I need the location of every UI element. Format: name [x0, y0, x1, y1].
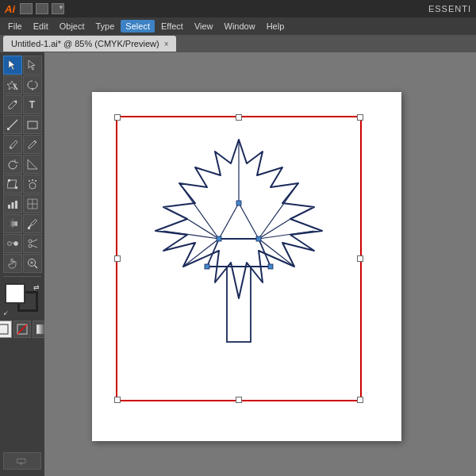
svg-line-44	[187, 219, 219, 239]
tool-row-selection	[3, 56, 42, 75]
none-fill-btn[interactable]	[13, 321, 31, 338]
menu-type[interactable]: Type	[91, 20, 120, 33]
app-logo: Ai	[5, 3, 15, 15]
svg-rect-9	[8, 179, 10, 182]
svg-line-31	[34, 266, 37, 269]
tool-row-nav	[3, 254, 42, 273]
mesh-tool[interactable]	[23, 194, 42, 213]
tool-row-ft	[3, 175, 42, 194]
paintbrush-tool[interactable]	[3, 135, 22, 154]
canvas-page	[92, 92, 401, 441]
tool-row-graph	[3, 194, 42, 213]
type-tool[interactable]: T	[23, 95, 42, 114]
svg-point-2	[14, 101, 17, 103]
eyedropper-tool[interactable]	[23, 214, 42, 233]
svg-line-29	[31, 245, 37, 248]
menu-window[interactable]: Window	[220, 20, 260, 33]
tab-label: Untitled-1.ai* @ 85% (CMYK/Preview)	[11, 39, 159, 48]
svg-rect-55	[256, 236, 261, 241]
svg-point-26	[29, 240, 32, 243]
handle-top-left[interactable]	[114, 114, 121, 121]
rect-tool[interactable]	[23, 115, 42, 134]
svg-line-7	[34, 141, 36, 143]
symbol-sprayer-tool[interactable]	[23, 175, 42, 194]
solid-fill-btn[interactable]	[0, 321, 12, 338]
tool-row-wand	[3, 75, 42, 94]
title-bar-right: ESSENTI	[428, 4, 471, 13]
svg-point-13	[32, 179, 33, 181]
title-icon-3[interactable]: ▼	[52, 3, 64, 14]
tool-row-shapes	[3, 115, 42, 134]
svg-rect-38	[17, 459, 25, 463]
svg-line-52	[239, 203, 259, 239]
default-colors-icon[interactable]: ↙	[3, 309, 9, 317]
svg-line-28	[31, 240, 37, 242]
fill-color-box[interactable]	[5, 283, 25, 304]
svg-point-24	[7, 242, 11, 246]
gradient-tool[interactable]	[3, 214, 22, 233]
handle-bottom-center[interactable]	[236, 397, 242, 403]
toolbar: T	[0, 52, 44, 476]
menu-view[interactable]: View	[190, 20, 218, 33]
tab-close-button[interactable]: ×	[164, 40, 169, 48]
rotate-tool[interactable]	[3, 155, 22, 174]
handle-bottom-right[interactable]	[357, 397, 363, 403]
swap-colors-icon[interactable]: ⇄	[33, 283, 40, 291]
svg-point-12	[29, 180, 30, 182]
menu-select[interactable]: Select	[121, 20, 155, 33]
handle-bottom-left[interactable]	[114, 397, 121, 403]
column-graph-tool[interactable]	[3, 194, 22, 213]
handle-middle-right[interactable]	[357, 255, 363, 262]
svg-point-11	[29, 182, 36, 189]
selection-tool[interactable]	[3, 56, 22, 75]
menu-file[interactable]: File	[3, 20, 27, 33]
svg-line-51	[219, 203, 239, 239]
line-tool[interactable]	[3, 115, 22, 134]
pen-tool[interactable]	[3, 95, 22, 114]
type-icon: T	[29, 99, 35, 110]
menu-object[interactable]: Object	[55, 20, 90, 33]
color-mode-row	[0, 321, 50, 338]
main-layout: T	[0, 52, 476, 476]
blend-tool[interactable]	[3, 234, 22, 253]
tool-row-gradient	[3, 214, 42, 233]
change-screen-mode[interactable]	[3, 452, 41, 470]
title-icon-1[interactable]	[20, 3, 33, 14]
svg-rect-56	[205, 264, 209, 269]
title-bar-icons: ▼	[20, 3, 64, 14]
svg-rect-15	[8, 205, 10, 209]
zoom-tool[interactable]	[23, 254, 42, 273]
tab-bar: Untitled-1.ai* @ 85% (CMYK/Preview) ×	[0, 35, 476, 52]
lasso-tool[interactable]	[23, 75, 42, 94]
scissors-tool[interactable]	[23, 234, 42, 253]
title-icon-2[interactable]	[36, 3, 48, 14]
maple-leaf-artwork	[124, 124, 354, 393]
svg-rect-10	[15, 186, 17, 189]
color-controls[interactable]: ⇄ ↙	[3, 283, 41, 317]
document-tab[interactable]: Untitled-1.ai* @ 85% (CMYK/Preview) ×	[3, 36, 176, 52]
menu-help[interactable]: Help	[262, 20, 290, 33]
scale-tool[interactable]	[23, 155, 42, 174]
free-transform-tool[interactable]	[3, 175, 22, 194]
svg-rect-54	[217, 236, 221, 241]
svg-line-45	[179, 183, 219, 239]
svg-line-43	[163, 231, 219, 239]
menu-edit[interactable]: Edit	[29, 20, 53, 33]
svg-rect-41	[227, 267, 251, 342]
menu-bar: File Edit Object Type Select Effect View…	[0, 17, 476, 35]
handle-top-center[interactable]	[236, 114, 242, 121]
hand-tool[interactable]	[3, 254, 22, 273]
magic-wand-tool[interactable]	[3, 75, 22, 94]
svg-rect-34	[0, 324, 8, 334]
menu-effect[interactable]: Effect	[156, 20, 188, 33]
direct-selection-tool[interactable]	[23, 56, 42, 75]
pencil-tool[interactable]	[23, 135, 42, 154]
handle-top-right[interactable]	[357, 114, 363, 121]
title-bar-left: Ai ▼	[5, 3, 64, 15]
svg-rect-53	[236, 201, 241, 205]
svg-line-36	[17, 324, 27, 334]
tool-row-blend	[3, 234, 42, 253]
handle-middle-left[interactable]	[114, 255, 121, 262]
canvas-area[interactable]	[44, 52, 476, 476]
svg-line-49	[259, 183, 298, 239]
